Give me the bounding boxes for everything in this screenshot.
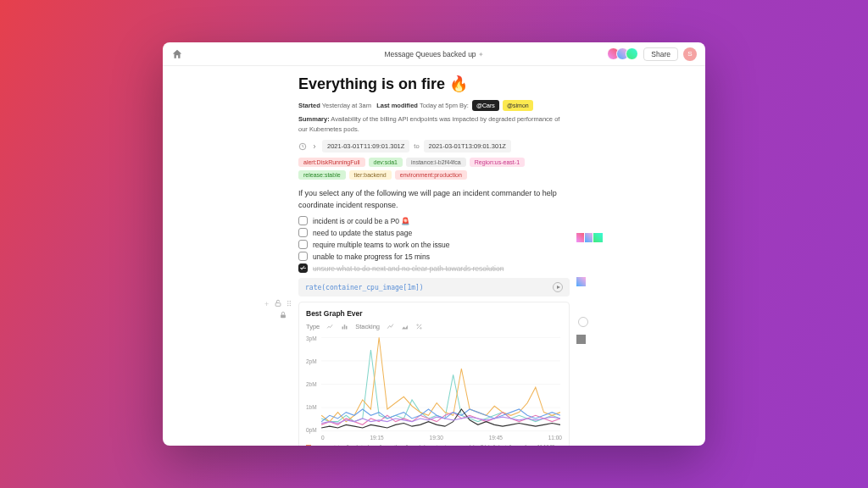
time-to-label: to: [414, 142, 419, 150]
tag[interactable]: environment:production: [395, 170, 467, 180]
author-pill[interactable]: @Cars: [472, 100, 499, 111]
summary-row: Summary: Availability of the billing API…: [298, 114, 570, 135]
svg-point-17: [289, 305, 290, 306]
checklist-label: need to update the status page: [313, 229, 412, 237]
checkbox[interactable]: [298, 228, 308, 237]
tag[interactable]: dev:sda1: [369, 158, 403, 167]
meta-row: Started Yesterday at 3am Last modified T…: [298, 100, 570, 111]
checklist-item[interactable]: unsure what to do next and no clear path…: [298, 263, 570, 273]
checklist-label: require multiple teams to work on the is…: [313, 241, 450, 249]
time-to-input[interactable]: 2021-03-01T13:09:01.301Z: [424, 140, 511, 152]
bar-chart-icon[interactable]: [341, 323, 348, 330]
topbar: Message Queues backed up✦ Share S: [163, 42, 705, 66]
svg-point-12: [287, 301, 288, 302]
checklist-item[interactable]: unable to make progress for 15 mins: [298, 252, 570, 261]
run-icon[interactable]: [553, 282, 563, 292]
comment-icon[interactable]: [578, 317, 588, 327]
checklist-label: unable to make progress for 15 mins: [313, 252, 430, 261]
stack-icon[interactable]: [387, 323, 394, 330]
star-icon[interactable]: ✦: [478, 51, 484, 58]
tags-row: alert:DiskRunningFulldev:sda1instance:i-…: [298, 158, 570, 180]
content-area: Everything is on fire 🔥 Started Yesterda…: [163, 66, 705, 446]
time-range-row: 2021-03-01T11:09:01.301Z to 2021-03-01T1…: [298, 140, 570, 152]
svg-point-4: [417, 324, 419, 326]
tag[interactable]: release:stable: [298, 170, 346, 180]
unlock-icon[interactable]: [274, 299, 282, 308]
avatar[interactable]: [576, 334, 587, 345]
svg-rect-2: [344, 324, 346, 329]
me-avatar[interactable]: S: [683, 47, 697, 61]
line-chart-icon[interactable]: [326, 323, 334, 330]
chart-area: 3pM2pM2bM1bM0pM: [306, 336, 562, 433]
svg-point-13: [289, 301, 290, 302]
block-gutter: [271, 299, 295, 319]
tag[interactable]: instance:i-b2f44fca: [406, 158, 466, 167]
checkbox[interactable]: [298, 252, 308, 261]
x-axis-labels: 019:1519:3019:4511:00: [306, 433, 562, 441]
avatar[interactable]: [626, 47, 638, 60]
comment-avatars[interactable]: [578, 276, 587, 287]
svg-rect-3: [346, 326, 348, 330]
drag-icon[interactable]: [285, 299, 293, 308]
svg-rect-1: [342, 327, 344, 330]
svg-point-5: [420, 328, 422, 330]
body-paragraph: If you select any of the following we wi…: [298, 188, 570, 211]
svg-point-16: [287, 305, 288, 306]
checkbox[interactable]: [298, 240, 308, 249]
presence-avatars[interactable]: [610, 47, 638, 60]
svg-rect-11: [275, 303, 281, 307]
clock-icon: [298, 142, 307, 151]
code-text: rate(container_cpu_image[1m]): [305, 284, 424, 291]
checklist-item[interactable]: incident is or could be a P0 🚨: [298, 216, 570, 225]
checklist-label: incident is or could be a P0 🚨: [313, 217, 410, 225]
checkbox[interactable]: [298, 263, 308, 273]
graph-toolbar: Type Stacking: [306, 323, 562, 330]
graph-title: Best Graph Ever: [306, 309, 562, 318]
doc-title-bar[interactable]: Message Queues backed up✦: [384, 50, 483, 58]
tag[interactable]: alert:DiskRunningFull: [298, 158, 365, 167]
document: Everything is on fire 🔥 Started Yesterda…: [298, 75, 570, 446]
legend-item: go_memstats_alloc_bytes{app="prometheus"…: [306, 444, 562, 446]
svg-point-15: [289, 302, 290, 303]
checklist-item[interactable]: need to update the status page: [298, 228, 570, 237]
avatar[interactable]: [593, 232, 604, 243]
chevron-right-icon[interactable]: [311, 143, 318, 150]
share-button[interactable]: Share: [643, 47, 678, 61]
area-icon[interactable]: [401, 323, 409, 330]
legend-swatch: [306, 445, 311, 446]
add-block-icon[interactable]: +: [264, 300, 269, 308]
toolbar-label: Stacking: [355, 323, 380, 330]
percent-icon[interactable]: [415, 323, 423, 330]
checkbox[interactable]: [298, 216, 308, 225]
checklist-item[interactable]: require multiple teams to work on the is…: [298, 240, 570, 249]
lock-icon[interactable]: [279, 311, 287, 319]
svg-point-14: [287, 302, 288, 303]
code-block[interactable]: rate(container_cpu_image[1m]): [298, 278, 570, 297]
page-title: Everything is on fire 🔥: [298, 75, 570, 93]
comment-avatars[interactable]: [578, 232, 604, 243]
graph-card: Best Graph Ever Type Stacking 3pM2pM2bM1…: [298, 302, 570, 446]
author-pill[interactable]: @simon: [503, 100, 533, 111]
svg-rect-18: [281, 315, 286, 319]
checklist-label: unsure what to do next and no clear path…: [313, 264, 504, 273]
toolbar-label: Type: [306, 323, 320, 330]
comment-avatars[interactable]: [578, 334, 587, 345]
tag[interactable]: tier:backend: [349, 170, 392, 180]
tag[interactable]: Region:us-east-1: [470, 158, 525, 167]
time-from-input[interactable]: 2021-03-01T11:09:01.301Z: [322, 140, 409, 152]
chart-svg: [306, 336, 562, 433]
avatar[interactable]: [576, 276, 587, 287]
app-window: Message Queues backed up✦ Share S Everyt…: [163, 42, 705, 446]
home-icon[interactable]: [171, 48, 183, 60]
